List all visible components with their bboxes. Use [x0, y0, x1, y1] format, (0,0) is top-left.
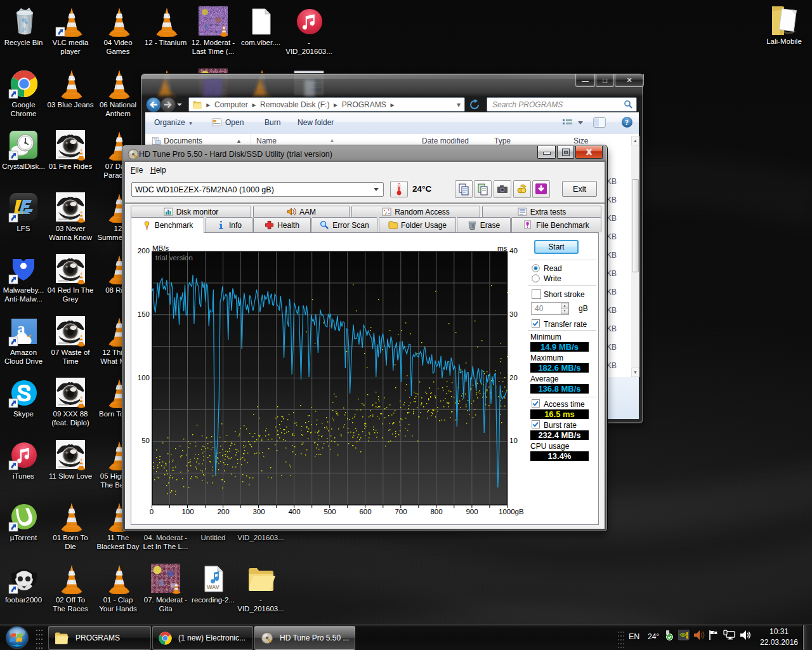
svg-text:trial version: trial version: [155, 254, 193, 262]
svg-text:?: ?: [625, 118, 629, 127]
